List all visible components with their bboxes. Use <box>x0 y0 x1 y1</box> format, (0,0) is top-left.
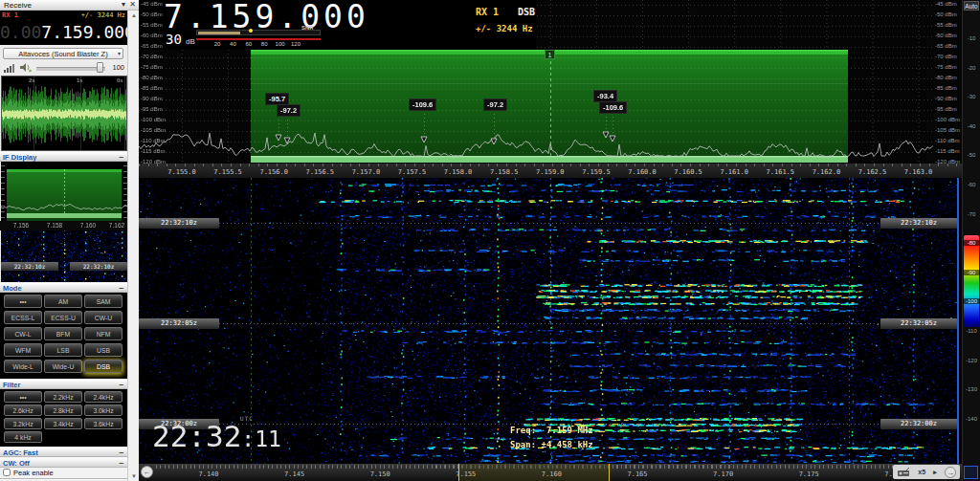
dbm-label: -70 dBm <box>141 54 163 59</box>
mode-title: Mode <box>3 284 22 293</box>
volume-row: 100 <box>0 60 127 76</box>
rx-label: RX 1 <box>2 11 18 20</box>
axis-label: 7.156.5 <box>303 168 336 176</box>
collapse-icon[interactable]: ‒ <box>120 153 123 161</box>
palette-scale-label: -110 <box>963 328 980 334</box>
filter-button-2-4khz[interactable]: 2.4kHz <box>84 391 122 403</box>
mode-button-wide-u[interactable]: Wide-U <box>44 360 82 373</box>
channel-marker[interactable]: 1 <box>545 50 555 59</box>
scroll-left-button[interactable]: ← <box>141 466 153 478</box>
waterfall-timestamp-right: 22:32:05z <box>880 318 957 329</box>
waterfall[interactable]: 22:32:10z22:32:10z22:32:05z22:32:05z22:3… <box>139 178 957 464</box>
dbm-label: -95 dBm <box>935 106 957 112</box>
zoom-x5-button[interactable]: x5 <box>918 469 925 475</box>
filter-button-2-2khz[interactable]: 2.2kHz <box>44 391 82 403</box>
filter-button-grid: •••2.2kHz2.4kHz2.6kHz2.8kHz3.0kHz3.2kHz3… <box>0 389 127 447</box>
rx-offset: +/- 3244 Hz <box>81 11 125 20</box>
info-freq: Freq: 7.159 MHz <box>510 426 593 435</box>
close-icon[interactable]: ✕ <box>129 0 136 9</box>
scroll-right-button[interactable]: → <box>945 467 956 478</box>
mode-button-dsb[interactable]: DSB <box>84 360 122 373</box>
collapse-icon[interactable]: ‒ <box>120 459 123 467</box>
palette-scale-label: -120 <box>963 358 980 363</box>
navigator-freq-label: 7.140 <box>193 470 224 478</box>
filter-button-2-8khz[interactable]: 2.8kHz <box>44 404 82 416</box>
scroll-down-icon[interactable]: ▼ <box>129 473 139 479</box>
dbm-label: -90 dBm <box>935 96 957 101</box>
agc-header[interactable]: AGC: Fast ‒ <box>0 447 127 457</box>
filter-button-3-4khz[interactable]: 3.4kHz <box>44 418 82 429</box>
clock-seconds: :11 <box>241 426 281 451</box>
navigator-freq-label: 7.170 <box>708 470 739 478</box>
auto-button[interactable]: Auto <box>964 1 979 11</box>
palette-scrollbar-thumb[interactable] <box>964 466 978 479</box>
audio-device-value: Altavoces (Sound Blaster Z) <box>18 50 107 58</box>
navigator-freq-label: 7.155 <box>451 470 481 478</box>
filter-button-3-2khz[interactable]: 3.2kHz <box>4 418 42 429</box>
speaker-icon[interactable] <box>19 62 32 73</box>
panel-scrollbar[interactable]: ▲ ▼ <box>127 11 139 481</box>
mode-button-wfm[interactable]: WFM <box>4 343 42 357</box>
snr-meter-bar <box>196 38 321 40</box>
mode-button-am[interactable]: AM <box>44 295 82 308</box>
palette-gradient-bar[interactable] <box>964 235 979 327</box>
receive-panel-titlebar[interactable]: Receive ▾ ✕ <box>0 0 139 11</box>
frequency-display[interactable]: 0.007.159.000 <box>0 20 127 45</box>
if-waterfall[interactable]: 22:32:10z 22:32:10z <box>1 230 127 282</box>
if-display-header[interactable]: IF Display ‒ <box>0 151 127 162</box>
audio-device-select[interactable]: Altavoces (Sound Blaster Z) ▾ <box>3 48 123 59</box>
range-slider-marker[interactable] <box>249 29 253 33</box>
clock-utc-label: UTC <box>240 415 254 422</box>
volume-slider-track[interactable] <box>36 67 105 71</box>
peak-enable-checkbox[interactable] <box>3 469 11 476</box>
filter-button--[interactable]: ••• <box>4 391 42 403</box>
if-spectrum[interactable] <box>1 162 127 221</box>
radio-icon[interactable] <box>897 468 910 477</box>
mode-button-ecss-l[interactable]: ECSS-L <box>4 311 42 324</box>
mode-button-wide-l[interactable]: Wide-L <box>4 360 42 373</box>
filter-button-3-0khz[interactable]: 3.0kHz <box>84 404 122 416</box>
mode-button--[interactable]: ••• <box>4 295 42 308</box>
collapse-icon[interactable]: ‒ <box>120 284 123 292</box>
volume-slider-handle[interactable] <box>97 62 103 73</box>
chevron-down-icon[interactable]: ▾ <box>122 0 125 9</box>
play-button[interactable]: ▸ <box>933 469 937 476</box>
mode-button-cw-u[interactable]: CW-U <box>84 311 122 324</box>
cw-header[interactable]: CW: Off ‒ <box>0 457 127 468</box>
palette-scale-label: -20 <box>963 65 980 71</box>
filter-button-2-6khz[interactable]: 2.6kHz <box>4 404 42 416</box>
mode-button-lsb[interactable]: LSB <box>44 343 82 357</box>
collapse-icon[interactable]: ‒ <box>120 448 123 456</box>
dbm-label: -85 dBm <box>141 85 163 91</box>
signal-levels-icon <box>4 63 14 73</box>
axis-label: 7.158.5 <box>488 168 521 176</box>
mode-button-usb[interactable]: USB <box>84 343 122 357</box>
navigator-freq-label: 7.175 <box>793 470 824 478</box>
snr-tick: 100 <box>274 41 287 47</box>
mode-button-nfm[interactable]: NFM <box>84 327 122 340</box>
mode-button-bfm[interactable]: BFM <box>44 327 82 340</box>
axis-label: 7.158.0 <box>442 168 475 176</box>
mode-button-cw-l[interactable]: CW-L <box>4 327 42 340</box>
mode-header[interactable]: Mode ‒ <box>0 282 127 293</box>
palette-scale-label: -10 <box>963 35 980 41</box>
frequency-navigator[interactable]: 7.1407.1457.1507.1557.1607.1657.1707.175… <box>139 464 962 481</box>
axis-label: 7.161.0 <box>718 168 750 176</box>
dropdown-arrow-icon: ▾ <box>118 49 121 59</box>
palette-scale-label: -60 <box>963 182 980 187</box>
waterfall-timestamp-right: 22:32:10z <box>880 218 957 229</box>
dbm-label: -60 dBm <box>141 33 163 38</box>
dbm-label: -90 dBm <box>141 96 163 101</box>
rx-badge: RX 1 <box>476 7 499 17</box>
mode-button-ecss-u[interactable]: ECSS-U <box>44 311 82 324</box>
range-slider-fill[interactable] <box>198 32 240 34</box>
spectrum-frequency-axis[interactable]: 7.155.07.155.57.156.07.156.57.157.07.157… <box>139 163 962 178</box>
scroll-up-icon[interactable]: ▲ <box>129 12 139 18</box>
rx-info-bar: RX 1 +/- 3244 Hz <box>0 11 127 20</box>
collapse-icon[interactable]: ‒ <box>120 381 123 388</box>
snr-tick: 40 <box>226 41 239 47</box>
filter-button-3-6khz[interactable]: 3.6kHz <box>84 418 122 429</box>
mode-button-sam[interactable]: SAM <box>84 295 122 308</box>
filter-button-4-khz[interactable]: 4 kHz <box>4 431 42 443</box>
filter-header[interactable]: Filter ‒ <box>0 379 127 389</box>
